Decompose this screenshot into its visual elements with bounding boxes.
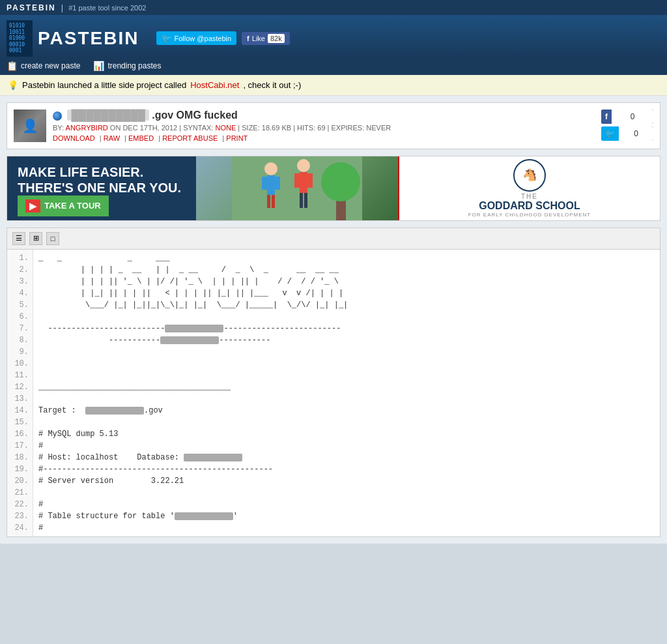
code-toolbar: ☰ ⊞ □: [7, 228, 660, 250]
code-line: | |_| || | | || < | | | || |_| || |___ v…: [38, 287, 655, 299]
raw-link[interactable]: RAW: [104, 134, 120, 142]
code-line: # Host: localhost Database: █████████: [38, 452, 655, 463]
report-abuse-link[interactable]: REPORT ABUSE: [162, 134, 218, 142]
redacted-text: █████████: [160, 336, 219, 344]
code-line: | | | | _ __ | | _ __ / _ \ _ __ __ __: [38, 264, 655, 276]
code-area: 1.2.3.4.5.6.7.8.9.10.11.12.13.14.15.16.1…: [7, 250, 660, 536]
line-number: 16.: [7, 428, 33, 440]
line-number: 4.: [7, 287, 33, 299]
twitter-share-icon: 🐦: [601, 126, 619, 141]
line-number: 7.: [7, 323, 33, 334]
facebook-btn-label: Like: [252, 35, 265, 42]
toolbar-list-icon[interactable]: ☰: [12, 232, 25, 245]
header-top: PASTEBIN | #1 paste tool since 2002: [0, 0, 667, 15]
redacted-domain: ██████████: [67, 110, 149, 121]
redacted-text: █████████: [165, 325, 223, 332]
globe-icon: [53, 111, 62, 121]
svg-rect-2: [267, 175, 275, 195]
hostcabi-link[interactable]: HostCabi.net: [190, 80, 239, 90]
svg-rect-10: [307, 173, 313, 188]
code-line: | | | || '_ \ | |/ /| '_ \ | | | || | / …: [38, 276, 655, 287]
download-link[interactable]: DOWNLOAD: [53, 134, 95, 142]
toolbar-grid-icon[interactable]: ⊞: [29, 232, 42, 245]
line-number: 13.: [7, 393, 33, 405]
print-link[interactable]: PRINT: [226, 134, 248, 142]
syntax-label: SYNTAX:: [183, 124, 213, 132]
line-number: 3.: [7, 276, 33, 287]
code-line: [38, 311, 655, 323]
logo-text: PASTEBIN: [38, 28, 139, 49]
ad-school-the: THE: [468, 193, 591, 200]
code-lines[interactable]: _ _ _ ___ | | | | _ __ | | _ __ / _ \ _ …: [33, 250, 660, 536]
line-number: 20.: [7, 475, 33, 487]
author-name: ANGRYBIRD: [66, 124, 108, 132]
facebook-count: 82k: [268, 34, 285, 43]
line-number: 6.: [7, 311, 33, 323]
line-number: 18.: [7, 452, 33, 463]
facebook-like-button[interactable]: f Like 82k: [242, 32, 290, 45]
toolbar-box-icon[interactable]: □: [46, 232, 59, 245]
redacted-text: █████████: [85, 407, 144, 415]
cta-arrow-icon: ▶: [25, 199, 40, 212]
twitter-follow-button[interactable]: 🐦 Follow @pastebin: [156, 31, 237, 45]
line-number: 11.: [7, 370, 33, 381]
header-main: 01010 10011 01000 00010 0001 PASTEBIN 🐦 …: [0, 15, 667, 57]
line-number: 5.: [7, 299, 33, 311]
paste-actions: DOWNLOAD | RAW | EMBED | REPORT ABUSE | …: [53, 134, 391, 142]
code-line: [38, 417, 655, 428]
svg-rect-3: [262, 177, 267, 190]
trending-icon: 📊: [93, 61, 104, 71]
facebook-share-number: 0: [612, 110, 653, 124]
twitter-share-count[interactable]: 🐦 0: [601, 126, 653, 141]
code-line: -------------------------█████████------…: [38, 323, 655, 334]
trending-pastes-label: trending pastes: [107, 61, 161, 70]
svg-rect-12: [304, 193, 307, 208]
paste-info-box: 👤 ██████████ .gov OMG fucked BY: ANGRYBI…: [7, 102, 660, 149]
site-name-small: PASTEBIN: [7, 3, 56, 12]
line-number: 10.: [7, 358, 33, 370]
code-line: # Server version 3.22.21: [38, 475, 655, 487]
svg-rect-8: [300, 172, 307, 193]
code-line: #---------------------------------------…: [38, 463, 655, 475]
syntax-value: NONE: [215, 124, 236, 132]
line-number: 12.: [7, 381, 33, 393]
paste-info-left: 👤 ██████████ .gov OMG fucked BY: ANGRYBI…: [14, 110, 391, 142]
ad-banner: MAKE LIFE EASIER. THERE'S ONE NEAR YOU. …: [7, 156, 660, 221]
facebook-share-count[interactable]: f 0: [601, 110, 653, 124]
code-line: [38, 487, 655, 499]
expires-value: NEVER: [366, 124, 391, 132]
embed-link[interactable]: EMBED: [128, 134, 154, 142]
header-separator: |: [61, 3, 63, 12]
paste-title-text: .gov OMG fucked: [152, 110, 238, 121]
social-buttons: 🐦 Follow @pastebin f Like 82k: [156, 31, 290, 45]
paste-meta: BY: ANGRYBIRD ON DEC 17TH, 2012 | SYNTAX…: [53, 124, 391, 132]
nav-bar: 📋 create new paste 📊 trending pastes: [0, 57, 667, 75]
ad-school-name: GODDARD SCHOOL: [468, 200, 591, 212]
hits-label: HITS:: [297, 124, 315, 132]
create-paste-icon: 📋: [7, 61, 18, 71]
paste-date: DEC 17TH, 2012: [122, 124, 177, 132]
main-content: 👤 ██████████ .gov OMG fucked BY: ANGRYBI…: [0, 96, 667, 544]
code-line: [38, 358, 655, 370]
trending-pastes-link[interactable]: 📊 trending pastes: [93, 61, 161, 71]
line-number: 15.: [7, 417, 33, 428]
logo-binary: 01010 10011 01000 00010 0001: [7, 20, 33, 57]
twitter-btn-label: Follow @pastebin: [175, 35, 232, 42]
redacted-text: █████████: [184, 454, 242, 461]
children-svg: [232, 156, 362, 220]
ad-cta-button[interactable]: ▶ TAKE A TOUR: [18, 196, 109, 216]
code-line: Target : █████████.gov: [38, 405, 655, 417]
ad-headline: MAKE LIFE EASIER. THERE'S ONE NEAR YOU.: [18, 164, 186, 196]
line-number: 24.: [7, 522, 33, 534]
header-tagline: #1 paste tool since 2002: [68, 4, 146, 12]
hits-value: 69: [317, 124, 325, 132]
line-number: 14.: [7, 405, 33, 417]
svg-rect-4: [275, 177, 280, 190]
notification-icon: 💡: [8, 80, 18, 90]
redacted-text: █████████: [175, 512, 233, 520]
create-paste-link[interactable]: 📋 create new paste: [7, 61, 80, 71]
line-number: 8.: [7, 334, 33, 346]
facebook-share-icon: f: [601, 110, 612, 124]
line-number: 21.: [7, 487, 33, 499]
author-link[interactable]: ANGRYBIRD: [66, 124, 108, 132]
